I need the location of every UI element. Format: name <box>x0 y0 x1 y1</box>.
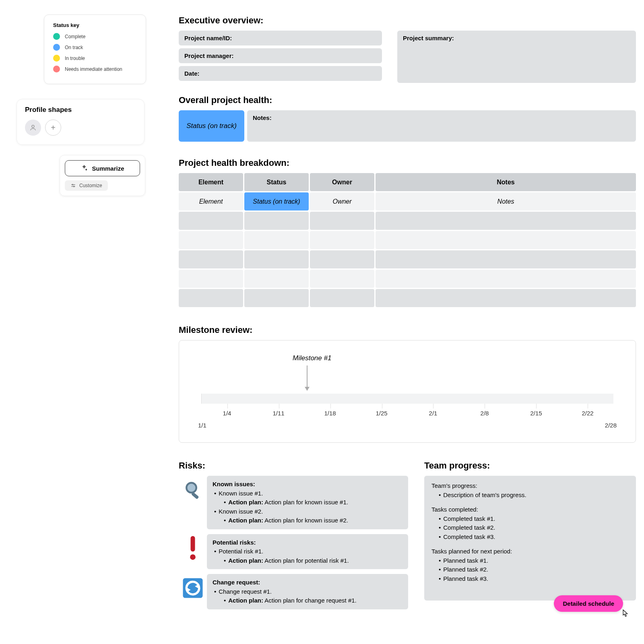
plus-icon: + <box>51 123 56 132</box>
detailed-schedule-button[interactable]: Detailed schedule <box>554 595 623 612</box>
profile-shape-person[interactable] <box>25 120 41 136</box>
svg-point-4 <box>74 186 74 187</box>
timeline-tick-label: 1/11 <box>272 410 284 417</box>
legend-label: Needs immediate attention <box>65 66 122 72</box>
legend-item: On track <box>53 44 137 51</box>
timeline-end-label: 2/28 <box>605 422 617 429</box>
summarize-label: Summarize <box>92 165 124 172</box>
timeline-tick-label: 1/25 <box>376 410 387 417</box>
customize-label: Customize <box>79 183 102 188</box>
field-date[interactable]: Date: <box>179 66 382 81</box>
milestone-marker-label: Milestone #1 <box>293 354 331 362</box>
summarize-panel: Summarize Customize <box>60 155 145 196</box>
table-row[interactable] <box>179 270 636 288</box>
status-key-title: Status key <box>53 22 137 28</box>
legend-swatch-ontrack <box>53 44 60 51</box>
timeline-tick-label: 1/18 <box>324 410 336 417</box>
svg-point-3 <box>72 184 73 185</box>
th-notes: Notes <box>376 173 636 191</box>
risk-body[interactable]: Known issues:Known issue #1.Action plan:… <box>207 476 408 529</box>
summarize-button[interactable]: Summarize <box>65 160 140 176</box>
th-owner: Owner <box>310 173 374 191</box>
table-row[interactable] <box>179 289 636 307</box>
section-title-team: Team progress: <box>424 460 636 471</box>
sparkle-icon <box>80 165 88 172</box>
table-row[interactable]: Element Status (on track) Owner Notes <box>179 192 636 211</box>
svg-point-8 <box>190 554 196 560</box>
risk-known-issues: Known issues:Known issue #1.Action plan:… <box>179 476 408 529</box>
legend-item: Complete <box>53 33 137 40</box>
arrow-down-icon <box>307 365 308 390</box>
timeline-start-label: 1/1 <box>198 422 206 429</box>
section-title-breakdown: Project health breakdown: <box>179 158 636 168</box>
cursor-pointer-icon <box>620 609 630 619</box>
svg-rect-6 <box>191 492 199 499</box>
legend-swatch-trouble <box>53 55 60 62</box>
sliders-icon <box>70 183 76 188</box>
td-status: Status (on track) <box>244 192 309 211</box>
field-project-manager[interactable]: Project manager: <box>179 48 382 63</box>
magnifier-icon <box>179 476 207 504</box>
table-row[interactable] <box>179 212 636 230</box>
field-project-name[interactable]: Project name/ID: <box>179 31 382 45</box>
person-icon <box>29 124 37 131</box>
legend-item: Needs immediate attention <box>53 66 137 72</box>
timeline-tick-label: 2/22 <box>582 410 593 417</box>
risk-change-request: Change request:Change request #1.Action … <box>179 574 408 609</box>
th-element: Element <box>179 173 243 191</box>
th-status: Status <box>244 173 309 191</box>
section-title-overall-health: Overall project health: <box>179 95 636 105</box>
risk-potential: Potential risks:Potential risk #1.Action… <box>179 534 408 570</box>
profile-shapes-title: Profile shapes <box>25 106 136 114</box>
risk-body[interactable]: Potential risks:Potential risk #1.Action… <box>207 534 408 570</box>
risk-body[interactable]: Change request:Change request #1.Action … <box>207 574 408 609</box>
customize-button[interactable]: Customize <box>65 180 108 191</box>
main-content: Executive overview: Project name/ID: Pro… <box>179 15 636 614</box>
timeline-tick-label: 2/15 <box>530 410 542 417</box>
exclamation-icon <box>179 534 207 562</box>
status-key-panel: Status key Complete On track In trouble … <box>44 14 146 84</box>
svg-rect-7 <box>191 536 195 551</box>
legend-label: In trouble <box>65 56 85 61</box>
td-element: Element <box>179 192 243 211</box>
breakdown-table: Element Status Owner Notes Element Statu… <box>179 173 636 307</box>
milestone-timeline[interactable]: Milestone #1 1/1 2/28 1/41/111/181/252/1… <box>179 340 636 443</box>
legend-swatch-complete <box>53 33 60 40</box>
section-title-milestone: Milestone review: <box>179 325 636 335</box>
section-title-executive: Executive overview: <box>179 15 636 26</box>
svg-point-0 <box>32 125 34 128</box>
legend-label: On track <box>65 45 83 50</box>
legend-swatch-attention <box>53 66 60 72</box>
overall-notes-field[interactable]: Notes: <box>247 110 636 142</box>
detailed-schedule-label: Detailed schedule <box>563 600 614 607</box>
profile-shape-add[interactable]: + <box>45 120 61 136</box>
td-notes: Notes <box>376 192 636 211</box>
legend-item: In trouble <box>53 55 137 62</box>
table-header-row: Element Status Owner Notes <box>179 173 636 191</box>
table-row[interactable] <box>179 250 636 268</box>
field-project-summary[interactable]: Project summary: <box>397 31 636 83</box>
timeline-track <box>201 394 613 404</box>
profile-shapes-panel: Profile shapes + <box>17 99 144 145</box>
overall-status-pill[interactable]: Status (on track) <box>179 110 244 142</box>
legend-label: Complete <box>65 34 85 39</box>
timeline-tick-label: 1/4 <box>223 410 231 417</box>
td-owner: Owner <box>310 192 374 211</box>
timeline-tick-label: 2/1 <box>429 410 438 417</box>
team-progress-box[interactable]: Team's progress:Description of team's pr… <box>424 476 636 601</box>
refresh-icon <box>179 574 207 602</box>
svg-point-5 <box>186 483 196 493</box>
table-row[interactable] <box>179 231 636 249</box>
timeline-tick-label: 2/8 <box>481 410 489 417</box>
section-title-risks: Risks: <box>179 460 408 471</box>
